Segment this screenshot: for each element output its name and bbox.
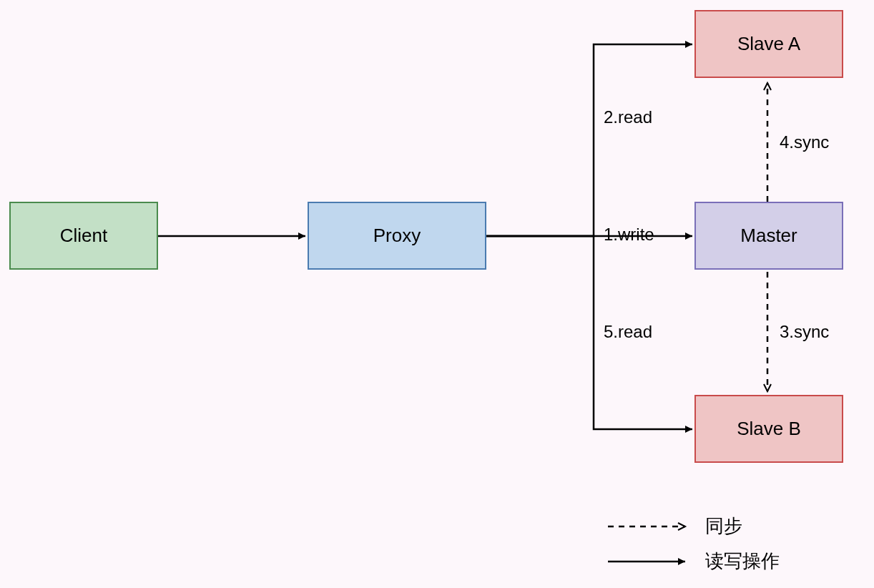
edge-label-read-a: 2.read — [604, 107, 652, 127]
node-client: Client — [9, 202, 158, 270]
node-slave-b: Slave B — [694, 395, 843, 463]
node-master-label: Master — [740, 225, 797, 247]
node-slave-a-label: Slave A — [737, 33, 800, 55]
edge-label-write: 1.write — [604, 225, 654, 245]
node-proxy-label: Proxy — [373, 225, 421, 247]
legend: 同步 读写操作 — [607, 514, 780, 584]
node-slave-b-label: Slave B — [737, 418, 801, 440]
edge-label-sync-b: 3.sync — [780, 322, 829, 342]
node-client-label: Client — [60, 225, 107, 247]
edge-label-read-b: 5.read — [604, 322, 652, 342]
edge-label-sync-a: 4.sync — [780, 132, 829, 152]
node-slave-a: Slave A — [694, 10, 843, 78]
diagram-canvas: Client Proxy Master Slave A Slave B 1.wr… — [0, 0, 874, 588]
legend-row-sync: 同步 — [607, 514, 780, 539]
edge-proxy-slaveb — [486, 236, 692, 429]
node-master: Master — [694, 202, 843, 270]
edge-proxy-slavea — [486, 44, 692, 236]
legend-line-dashed — [607, 519, 692, 534]
legend-row-rw: 读写操作 — [607, 549, 780, 574]
legend-text-rw: 读写操作 — [705, 549, 780, 574]
node-proxy: Proxy — [308, 202, 486, 270]
legend-line-solid — [607, 554, 692, 569]
connector-layer — [0, 0, 874, 588]
legend-text-sync: 同步 — [705, 514, 742, 539]
